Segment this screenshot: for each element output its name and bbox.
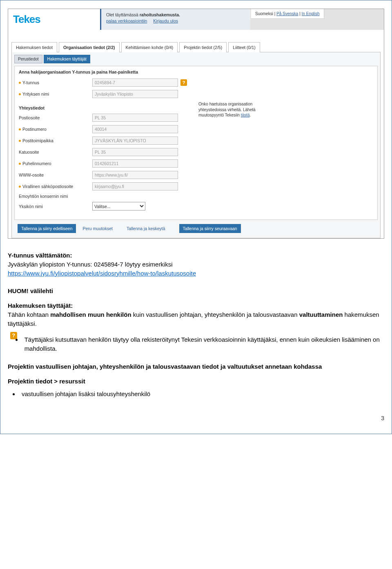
tab-projektin-tiedot[interactable]: Projektin tiedot (2/5) [179,42,227,52]
katu-label: Katuosoite [19,150,39,155]
header-notice: Olet täyttämässä rahoitushakemusta. pala… [100,9,250,30]
tab-liitteet[interactable]: Liitteet (0/1) [228,42,260,52]
link-logout[interactable]: Kirjaudu ulos [153,18,178,23]
help-icon[interactable]: ? [180,79,187,86]
emo-label: Emoyhtiön konsernin nimi [19,194,68,199]
yritys-input[interactable] [92,90,178,98]
yksikko-label: Yksikön nimi [19,204,43,209]
posti-label: Postiosoite [19,115,40,120]
www-input[interactable] [92,171,178,179]
postitp-input[interactable] [92,137,178,145]
sub-tabs: Perustiedot Hakemuksen täyttäjät [14,55,378,63]
katu-input[interactable] [92,148,178,156]
posti-input[interactable] [92,114,178,122]
app-screenshot: Tekes Olet täyttämässä rahoitushakemusta… [8,9,384,239]
ytunnus-input[interactable] [92,78,178,87]
postinro-label: Postinumero [22,127,47,132]
side-note: Onko haetuissa organisaation yhteystiedo… [198,101,280,214]
link-back[interactable]: palaa verkkoasiointiin [106,18,147,23]
tab-hakemuksen-tiedot[interactable]: Hakemuksen tiedot [11,42,57,52]
lang-en[interactable]: In English [302,11,320,16]
page-number: 3 [8,415,384,421]
lang-sv[interactable]: På Svenska [276,11,298,16]
email-input[interactable] [92,182,178,190]
doc-link-laskutus[interactable]: https://www.jyu.fi/yliopistopalvelut/sid… [8,270,196,277]
cancel-link[interactable]: Peru muutokset [82,226,113,231]
section-yhteystiedot: Yhteystiedot [19,105,186,110]
main-tabs: Hakemuksen tiedot Organisaation tiedot (… [11,42,381,52]
ytunnus-label: Y-tunnus [22,80,39,85]
note-link[interactable]: tästä [241,113,250,117]
savepause-link[interactable]: Tallenna ja keskeytä [127,226,165,231]
www-label: WWW-osoite [19,172,44,177]
tab-organisaation-tiedot[interactable]: Organisaation tiedot (2/2) [59,42,120,52]
logo: Tekes [13,13,95,26]
prev-button[interactable]: Tallenna ja siirry edelliseen [18,224,76,233]
subtab-hakemuksen-tayttajat[interactable]: Hakemuksen täyttäjät [44,55,90,63]
puh-label: Puhelinnumero [22,161,51,166]
tab-kehittamisen-kohde[interactable]: Kehittämisen kohde (0/4) [121,42,178,52]
postinro-input[interactable] [92,125,178,133]
subtab-perustiedot[interactable]: Perustiedot [14,55,42,63]
next-button[interactable]: Tallenna ja siirry seuraavaan [179,224,241,233]
form-heading: Anna hakijaorganisaation Y-tunnus ja pai… [19,69,373,74]
email-label: Virallinen sähköpostiosoite [22,184,73,189]
document-text: Y-tunnus välttämätön: Jyväskylän yliopis… [8,251,384,399]
yksikko-select[interactable]: Valitse... [92,202,145,211]
postitp-label: Postitoimipaikka [22,138,53,143]
yritys-label: Yrityksen nimi [22,92,49,96]
puh-input[interactable] [92,159,178,168]
language-switcher: Suomeksi | På Svenska | In English [251,9,324,19]
